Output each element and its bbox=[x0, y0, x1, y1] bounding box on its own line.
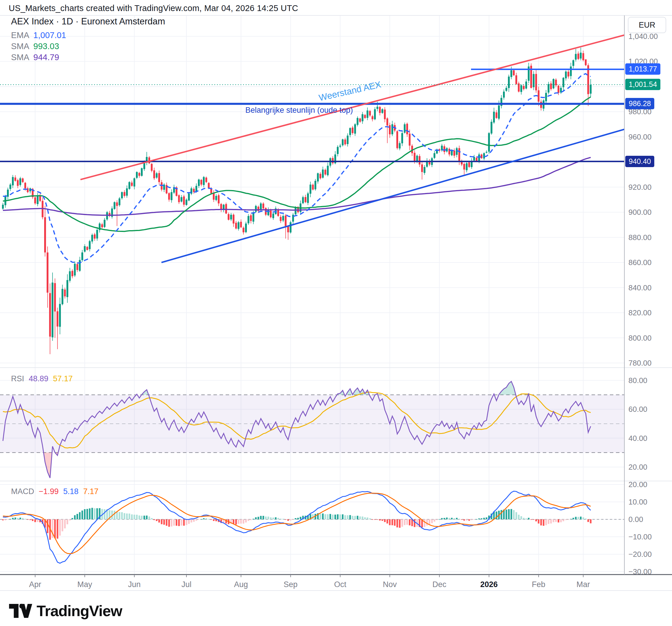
tradingview-logo[interactable]: TradingView bbox=[9, 602, 122, 620]
indicator-value: 1,007.01 bbox=[33, 30, 66, 40]
tradingview-logo-icon bbox=[9, 602, 32, 619]
month-label-2026: 2026 bbox=[476, 580, 502, 589]
rsi-value: 48.89 bbox=[29, 374, 48, 383]
price-badge-1,013.77[interactable]: 1,013.77 bbox=[625, 63, 661, 75]
price-badge-986.28[interactable]: 986.28 bbox=[625, 98, 654, 109]
rsi-pane[interactable] bbox=[0, 381, 624, 478]
indicator-row-sma200[interactable]: SMA944.79 bbox=[11, 53, 59, 62]
month-label-Feb: Feb bbox=[526, 580, 552, 589]
rsi-tick-label: 20.00 bbox=[628, 463, 647, 472]
indicator-label: SMA bbox=[11, 42, 29, 51]
month-label-Jul: Jul bbox=[173, 580, 199, 589]
indicator-value: 993.03 bbox=[33, 42, 59, 51]
macd-tick-label: 20.00 bbox=[628, 480, 647, 489]
macd-tick-label: 10.00 bbox=[628, 497, 647, 507]
price-tick-label: 960.00 bbox=[628, 133, 652, 141]
macd-legend[interactable]: MACD−1.995.187.17 bbox=[11, 487, 98, 496]
price-tick-label: 860.00 bbox=[628, 258, 652, 267]
macd-signal-value: 7.17 bbox=[83, 487, 98, 496]
macd-tick-label: −10.00 bbox=[628, 532, 652, 541]
rsi-ma-value: 57.17 bbox=[53, 374, 73, 383]
price-tick-label: 920.00 bbox=[628, 183, 652, 192]
symbol-title[interactable]: AEX Index · 1D · Euronext Amsterdam bbox=[11, 16, 165, 27]
tradingview-chart-page: US_Markets_charts created with TradingVi… bbox=[0, 0, 672, 626]
month-label-Dec: Dec bbox=[426, 580, 453, 589]
month-label-Nov: Nov bbox=[377, 580, 403, 589]
macd-value: 5.18 bbox=[63, 487, 79, 496]
price-tick-label: 1,040.00 bbox=[628, 32, 658, 41]
indicator-label: SMA bbox=[11, 53, 29, 62]
indicator-label: EMA bbox=[11, 30, 29, 40]
month-label-May: May bbox=[72, 580, 98, 589]
month-label-Apr: Apr bbox=[22, 580, 48, 589]
indicator-row-sma50[interactable]: SMA993.03 bbox=[11, 42, 59, 51]
tradingview-logo-text: TradingView bbox=[37, 602, 122, 620]
macd-hist-value: −1.99 bbox=[39, 487, 59, 496]
rsi-tick-label: 40.00 bbox=[628, 434, 647, 443]
ema20-line[interactable] bbox=[3, 74, 591, 263]
macd-label: MACD bbox=[11, 487, 34, 496]
price-tick-label: 880.00 bbox=[628, 233, 652, 242]
support-trendline[interactable] bbox=[162, 129, 624, 262]
price-tick-label: 800.00 bbox=[628, 334, 652, 343]
rsi-tick-label: 80.00 bbox=[628, 376, 647, 385]
price-tick-label: 820.00 bbox=[628, 308, 652, 317]
annotation-support[interactable]: Belangrijke steunlijn (oude top) bbox=[240, 106, 359, 115]
macd-tick-label: −20.00 bbox=[628, 550, 652, 559]
sma200-line[interactable] bbox=[3, 158, 591, 215]
macd-tick-label: −30.00 bbox=[628, 567, 652, 576]
month-label-Sep: Sep bbox=[278, 580, 304, 589]
indicator-row-ema[interactable]: EMA1,007.01 bbox=[11, 30, 66, 40]
rsi-legend[interactable]: RSI48.8957.17 bbox=[11, 374, 73, 383]
price-tick-label: 840.00 bbox=[628, 283, 652, 292]
month-label-Mar: Mar bbox=[570, 580, 596, 589]
month-label-Oct: Oct bbox=[327, 580, 353, 589]
rsi-tick-label: 60.00 bbox=[628, 405, 647, 414]
price-badge-1,001.54[interactable]: 1,001.54 bbox=[625, 79, 661, 90]
month-label-Aug: Aug bbox=[228, 580, 254, 589]
month-label-Jun: Jun bbox=[121, 580, 147, 589]
macd-tick-label: 0.00 bbox=[628, 515, 643, 524]
indicator-value: 944.79 bbox=[33, 53, 59, 62]
price-pane[interactable] bbox=[0, 35, 624, 354]
price-tick-label: 900.00 bbox=[628, 208, 652, 217]
price-tick-label: 780.00 bbox=[628, 358, 652, 368]
rsi-label: RSI bbox=[11, 374, 24, 383]
price-badge-940.40[interactable]: 940.40 bbox=[625, 156, 654, 167]
